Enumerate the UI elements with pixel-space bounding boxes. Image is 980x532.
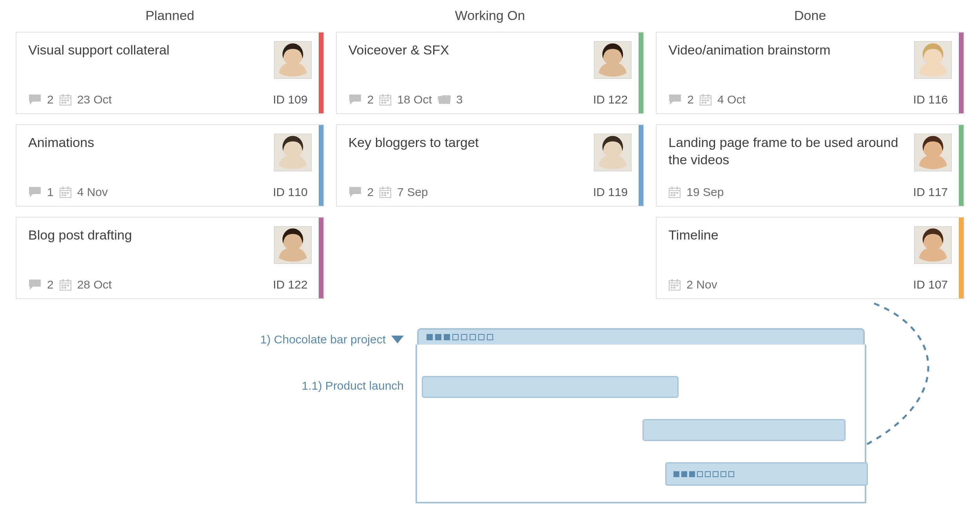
- card-id: ID 117: [913, 185, 948, 199]
- svg-rect-67: [677, 187, 678, 189]
- card-meta: 2 4 Oct: [668, 93, 745, 106]
- svg-rect-50: [387, 192, 389, 194]
- svg-rect-37: [387, 100, 389, 101]
- svg-rect-35: [381, 100, 383, 101]
- card-status-stripe: [639, 125, 643, 206]
- card-title: Landing page frame to be used around the…: [668, 134, 901, 168]
- assignee-avatar[interactable]: [914, 134, 952, 171]
- svg-rect-60: [707, 100, 709, 101]
- card-title: Timeline: [668, 226, 718, 243]
- comment-count: 2: [47, 278, 54, 291]
- kanban-card[interactable]: Landing page frame to be used around the…: [656, 124, 964, 207]
- svg-rect-52: [384, 194, 386, 196]
- assignee-avatar[interactable]: [594, 41, 632, 79]
- assignee-avatar[interactable]: [274, 134, 312, 171]
- card-date: 28 Oct: [77, 278, 112, 291]
- kanban-card[interactable]: Animations 1 4 NovID 110: [16, 124, 324, 207]
- comment-count: 2: [367, 93, 374, 106]
- svg-rect-71: [671, 194, 673, 196]
- progress-cell: [470, 334, 476, 340]
- gantt-bar[interactable]: [642, 419, 846, 441]
- kanban-card[interactable]: Key bloggers to target 2 7 SepID 119: [336, 124, 644, 207]
- svg-rect-16: [64, 192, 66, 194]
- assignee-avatar[interactable]: [914, 226, 952, 264]
- column-working: Working OnVoiceover & SFX 2 18 Oct 3ID 1…: [336, 8, 644, 309]
- svg-rect-4: [67, 94, 69, 97]
- card-title: Video/animation brainstorm: [668, 41, 830, 58]
- gantt-bar[interactable]: [665, 462, 868, 486]
- card-status-stripe: [959, 125, 964, 206]
- progress-cell: [452, 334, 459, 340]
- calendar-icon: [59, 278, 72, 291]
- card-date: 7 Sep: [397, 185, 428, 199]
- card-status-stripe: [959, 33, 964, 113]
- comment-icon: [668, 94, 682, 105]
- svg-rect-13: [62, 187, 64, 189]
- comment-count: 2: [47, 93, 54, 106]
- collapse-toggle-icon[interactable]: [391, 336, 404, 343]
- comment-icon: [28, 186, 42, 198]
- card-id: ID 107: [913, 278, 948, 291]
- gantt-row-label[interactable]: 1.1) Product launch: [149, 379, 412, 392]
- assignee-avatar[interactable]: [274, 226, 312, 264]
- gantt-bar[interactable]: [422, 376, 679, 398]
- svg-rect-69: [673, 192, 675, 194]
- assignee-avatar[interactable]: [594, 134, 632, 171]
- progress-cell: [426, 334, 433, 340]
- svg-rect-49: [384, 192, 386, 194]
- svg-rect-33: [382, 94, 383, 97]
- kanban-card[interactable]: Visual support collateral 2 23 OctID 109: [16, 32, 324, 114]
- svg-rect-79: [673, 285, 675, 286]
- card-title: Visual support collateral: [28, 41, 169, 58]
- svg-rect-15: [62, 192, 64, 194]
- svg-rect-27: [67, 285, 69, 286]
- svg-rect-14: [67, 187, 69, 189]
- card-date: 18 Oct: [397, 93, 432, 106]
- card-status-stripe: [959, 218, 964, 298]
- svg-rect-51: [381, 194, 383, 196]
- comment-icon: [348, 186, 362, 198]
- gantt-group-label[interactable]: 1) Chocolate bar project: [149, 333, 412, 346]
- comment-icon: [28, 94, 42, 105]
- svg-rect-25: [62, 285, 64, 286]
- kanban-card[interactable]: Blog post drafting 2 28 OctID 122: [16, 217, 324, 299]
- card-id: ID 119: [593, 185, 628, 199]
- comment-count: 2: [367, 185, 374, 199]
- column-done: DoneVideo/animation brainstorm 2 4 OctID…: [656, 8, 964, 309]
- svg-rect-46: [382, 187, 383, 189]
- kanban-board: PlannedVisual support collateral 2 23 Oc…: [0, 0, 980, 532]
- comment-icon: [28, 279, 42, 291]
- svg-rect-68: [671, 192, 673, 194]
- svg-rect-23: [62, 279, 64, 282]
- svg-rect-18: [62, 194, 64, 196]
- progress-cell: [487, 334, 493, 340]
- progress-cell: [461, 334, 467, 340]
- assignee-avatar[interactable]: [274, 41, 312, 79]
- svg-rect-26: [64, 285, 66, 286]
- card-status-stripe: [319, 33, 323, 113]
- svg-rect-28: [62, 287, 64, 289]
- calendar-icon: [379, 93, 392, 106]
- svg-rect-5: [62, 100, 64, 101]
- svg-rect-81: [671, 287, 673, 289]
- kanban-card[interactable]: Voiceover & SFX 2 18 Oct 3ID 122: [336, 32, 644, 114]
- card-meta: 2 7 Sep: [348, 185, 428, 199]
- svg-rect-76: [671, 279, 673, 282]
- kanban-card[interactable]: Video/animation brainstorm 2 4 OctID 116: [656, 32, 964, 114]
- svg-rect-57: [708, 94, 709, 97]
- svg-rect-77: [677, 279, 678, 282]
- assignee-avatar[interactable]: [914, 41, 952, 79]
- column-header-planned: Planned: [16, 8, 324, 23]
- card-id: ID 116: [913, 93, 948, 106]
- svg-rect-3: [62, 94, 64, 97]
- kanban-card[interactable]: Timeline 2 NovID 107: [656, 217, 964, 299]
- svg-rect-47: [387, 187, 388, 189]
- card-meta: 19 Sep: [668, 185, 724, 199]
- comment-count: 1: [47, 185, 54, 199]
- svg-rect-62: [704, 102, 706, 103]
- card-id: ID 110: [273, 185, 307, 199]
- card-meta: 2 28 Oct: [28, 278, 112, 291]
- svg-rect-48: [381, 192, 383, 194]
- svg-rect-24: [67, 279, 69, 282]
- card-id: ID 109: [273, 93, 307, 106]
